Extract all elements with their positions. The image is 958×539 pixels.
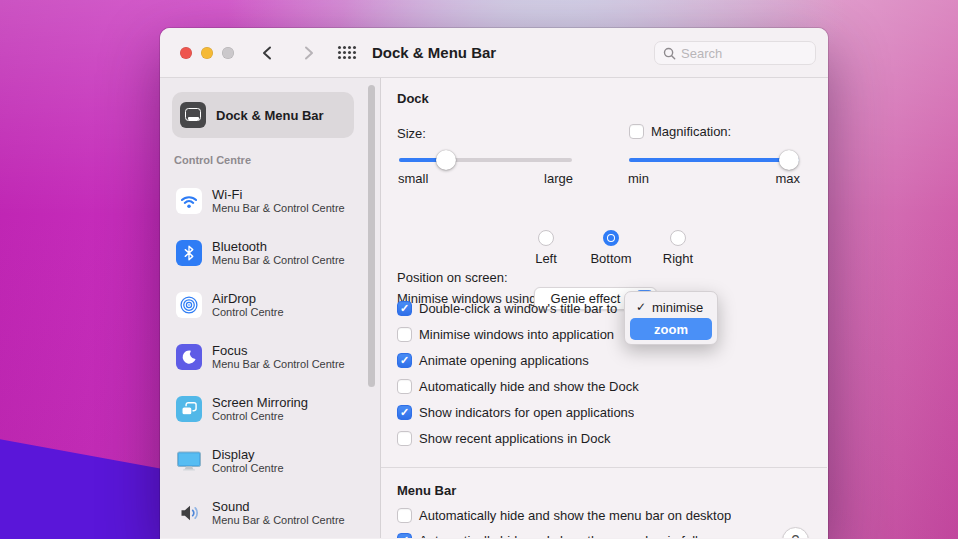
checkbox-unchecked-icon — [397, 508, 412, 523]
size-label: Size: — [397, 126, 426, 141]
sidebar-item-focus[interactable]: FocusMenu Bar & Control Centre — [176, 341, 366, 373]
magnification-slider-thumb[interactable] — [779, 150, 799, 170]
checkbox-auto-hide-dock[interactable]: Automatically hide and show the Dock — [397, 379, 639, 394]
sound-speaker-icon — [176, 500, 202, 526]
checkbox-double-click-titlebar[interactable]: ✓ Double-click a window's title bar to — [397, 301, 619, 316]
checkmark-icon: ✓ — [636, 300, 646, 314]
magnification-checkbox[interactable]: Magnification: — [629, 124, 731, 139]
checkbox-checked-icon: ✓ — [397, 353, 412, 368]
menu-item-minimise[interactable]: ✓ minimise — [630, 296, 712, 318]
system-preferences-window: Dock & Menu Bar Search Dock & Menu Bar C… — [160, 28, 828, 539]
forward-button[interactable] — [300, 45, 316, 61]
checkbox-checked-icon: ✓ — [397, 405, 412, 420]
size-min-label: small — [398, 171, 428, 186]
size-slider-thumb[interactable] — [436, 150, 456, 170]
sidebar-item-airdrop[interactable]: AirDropControl Centre — [176, 289, 366, 321]
search-icon — [663, 47, 676, 60]
checkbox-unchecked-icon — [629, 124, 644, 139]
dock-section-header: Dock — [397, 91, 429, 106]
size-max-label: large — [544, 171, 573, 186]
focus-moon-icon — [176, 344, 202, 370]
sidebar-item-display[interactable]: DisplayControl Centre — [176, 445, 366, 477]
minimise-effect-popup-menu: ✓ minimise zoom — [624, 291, 718, 345]
checkbox-unchecked-icon — [397, 379, 412, 394]
checkbox-hide-menubar-fullscreen[interactable]: ✓ Automatically hide and show the menu b… — [397, 533, 698, 538]
size-slider[interactable] — [399, 150, 572, 170]
magnification-min-label: min — [628, 171, 649, 186]
window-toolbar: Dock & Menu Bar Search — [160, 28, 828, 78]
sidebar-item-sound[interactable]: SoundMenu Bar & Control Centre — [176, 497, 366, 529]
checkbox-show-recent[interactable]: Show recent applications in Dock — [397, 431, 611, 446]
sidebar-scrollbar[interactable] — [368, 85, 375, 387]
checkbox-checked-icon: ✓ — [397, 533, 412, 538]
magnification-max-label: max — [775, 171, 800, 186]
search-placeholder: Search — [681, 46, 722, 61]
airdrop-icon — [176, 292, 202, 318]
magnification-slider[interactable] — [629, 150, 799, 170]
checkbox-checked-icon: ✓ — [397, 301, 412, 316]
main-panel: Dock Size: Magnification: small large — [381, 78, 828, 538]
wifi-icon — [176, 188, 202, 214]
sidebar-section-header: Control Centre — [174, 154, 251, 166]
show-all-grid-icon[interactable] — [338, 46, 356, 59]
position-radio-left[interactable]: Left — [514, 230, 578, 266]
radio-unselected-icon — [670, 230, 686, 246]
checkbox-unchecked-icon — [397, 431, 412, 446]
close-button[interactable] — [180, 47, 192, 59]
section-divider — [381, 467, 827, 468]
checkbox-minimise-into-app-icon[interactable]: Minimise windows into application — [397, 327, 619, 342]
sidebar-item-dock-menu-bar[interactable]: Dock & Menu Bar — [172, 92, 354, 138]
radio-selected-icon — [603, 230, 619, 246]
checkbox-animate-opening[interactable]: ✓ Animate opening applications — [397, 353, 589, 368]
screen-mirroring-icon — [176, 396, 202, 422]
minimise-button[interactable] — [201, 47, 213, 59]
sidebar-item-screen-mirroring[interactable]: Screen MirroringControl Centre — [176, 393, 366, 425]
checkbox-unchecked-icon — [397, 327, 412, 342]
help-button[interactable]: ? — [782, 527, 809, 538]
sidebar: Dock & Menu Bar Control Centre Wi-FiMenu… — [160, 78, 381, 538]
checkbox-hide-menubar-desktop[interactable]: Automatically hide and show the menu bar… — [397, 508, 731, 523]
sidebar-item-bluetooth[interactable]: BluetoothMenu Bar & Control Centre — [176, 237, 366, 269]
back-button[interactable] — [260, 45, 276, 61]
position-label: Position on screen: — [397, 270, 508, 285]
checkbox-show-indicators[interactable]: ✓ Show indicators for open applications — [397, 405, 634, 420]
position-radio-right[interactable]: Right — [646, 230, 710, 266]
screen: Dock & Menu Bar Search Dock & Menu Bar C… — [0, 0, 958, 539]
zoom-button[interactable] — [222, 47, 234, 59]
radio-unselected-icon — [538, 230, 554, 246]
menu-bar-section-header: Menu Bar — [397, 483, 456, 498]
bluetooth-icon — [176, 240, 202, 266]
position-radio-bottom[interactable]: Bottom — [579, 230, 643, 266]
window-title: Dock & Menu Bar — [372, 28, 496, 78]
display-icon — [176, 448, 202, 474]
menu-item-zoom[interactable]: zoom — [630, 318, 712, 340]
search-input[interactable]: Search — [654, 41, 816, 65]
sidebar-item-wifi[interactable]: Wi-FiMenu Bar & Control Centre — [176, 185, 366, 217]
dock-icon — [180, 102, 206, 128]
